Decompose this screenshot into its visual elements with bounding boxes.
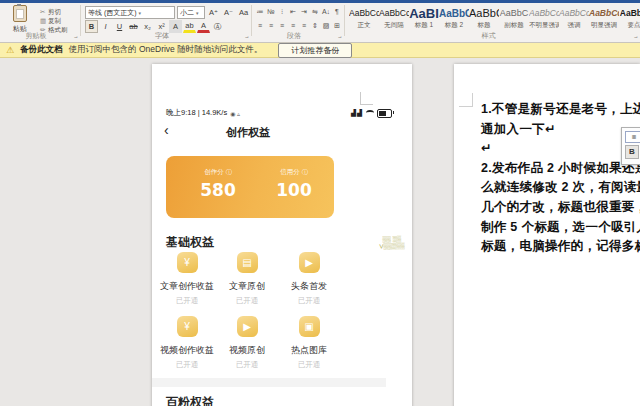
align-left-button[interactable]: ≡ — [255, 20, 265, 31]
credit-score-value: 100 — [262, 180, 326, 200]
cut-button[interactable]: ✂剪切 — [40, 7, 68, 16]
numbering-button[interactable]: № — [266, 6, 276, 17]
style-item-no-spacing[interactable]: AaBbCcD无间隔 — [379, 5, 409, 34]
paragraph-group: ≔ № ⁝ ⇤ ⇥ ⇋ A↓ ¶ ≡ ≡ ≡ ≡ ≡ ⇕ ▨ ⊞ 段落 ⌐ — [252, 3, 344, 42]
text-line: 制作 5 个标题，选一个吸引人又不 — [481, 218, 640, 238]
paragraph-row-2: ≡ ≡ ≡ ≡ ≡ ⇕ ▨ ⊞ — [255, 20, 342, 31]
fans-benefits-heading: 百粉权益 — [166, 394, 214, 406]
copy-icon: ▥ — [40, 16, 48, 25]
sort-button[interactable]: A↓ — [321, 6, 331, 17]
document-icon: ▤ — [237, 252, 258, 273]
clipboard-group: 粘贴 ✂剪切 ▥复制 ✏格式刷 剪贴板 ⌐ — [0, 3, 80, 42]
coin-icon: ¥ — [177, 252, 198, 273]
shrink-font-button[interactable]: A⁻ — [222, 6, 235, 19]
clipboard-dialog-launcher-icon[interactable]: ⌐ — [74, 35, 78, 41]
phone-page-title: 创作权益 — [170, 125, 326, 140]
grow-font-button[interactable]: A⁺ — [207, 6, 220, 19]
style-item-title[interactable]: AaBbC标题 — [469, 5, 499, 34]
benefit-hot-gallery: ▣ 热点图库 已开通 — [278, 316, 340, 370]
play-icon: ▶ — [237, 316, 258, 337]
increase-indent-button[interactable]: ⇥ — [299, 6, 309, 17]
battery-icon — [377, 109, 392, 118]
benefit-video-original: ▶ 视频原创 已开通 — [216, 316, 278, 370]
font-group: 等线 (西文正文) ▾ 小二 ▾ A⁺ A⁻ Aa B I U ab x₂ x²… — [81, 3, 251, 42]
section-divider — [152, 378, 386, 387]
text-line: 2.发布作品 2 小时候如果还是 0 阅 — [481, 159, 640, 179]
signal-icon: ▟▟ — [351, 109, 363, 117]
document-page-left[interactable]: 晚上9:18 | 14.9K/s ◉ ▵ ▟▟ ‹ 创作权益 创作分 ⓘ 580… — [152, 64, 412, 406]
score-card: 创作分 ⓘ 580 信用分 ⓘ 100 — [166, 156, 334, 218]
styles-dialog-launcher-icon[interactable]: ⌐ — [634, 35, 638, 41]
style-item-intense-emphasis[interactable]: AaBbCcD明显强调 — [589, 5, 619, 34]
paste-button[interactable]: 粘贴 — [6, 5, 34, 34]
style-item-subtle-emphasis[interactable]: AaBbCcD不明显强调 — [529, 5, 559, 34]
style-item-heading1[interactable]: AaBI标题 1 — [409, 5, 439, 34]
paragraph-dialog-launcher-icon[interactable]: ⌐ — [338, 35, 342, 41]
text-line: 么就连续修改 2 次，有阅读量的不 — [481, 178, 640, 198]
mini-toolbar-style-box[interactable]: ≣ — [625, 131, 640, 143]
chevron-down-icon: ▾ — [196, 10, 199, 16]
info-icon: ⓘ — [226, 169, 232, 175]
creation-score-stat: 创作分 ⓘ 580 — [182, 168, 254, 200]
message-bar-text: 使用订阅中包含的 OneDrive 随时随地访问此文件。 — [69, 44, 263, 56]
ribbon: 粘贴 ✂剪切 ▥复制 ✏格式刷 剪贴板 ⌐ 等线 (西文正文) ▾ 小二 ▾ A… — [0, 3, 640, 43]
document-page-right[interactable]: 1.不管是新号还是老号，上边的权 通加入一下↵ ↵ 2.发布作品 2 小时候如果… — [454, 64, 640, 406]
borders-button[interactable]: ⊞ — [332, 20, 342, 31]
paragraph-row-1: ≔ № ⁝ ⇤ ⇥ ⇋ A↓ ¶ — [255, 6, 342, 17]
floating-mini-toolbar: ≣ B — [621, 127, 640, 165]
backup-action-button[interactable]: 计划推荐备份 — [278, 43, 352, 58]
mini-toolbar-bold-button[interactable]: B — [625, 145, 639, 159]
align-right-button[interactable]: ≡ — [277, 20, 287, 31]
bullets-button[interactable]: ≔ — [255, 6, 265, 17]
message-bar-title: 备份此文档 — [20, 44, 63, 56]
phone-status-bar: 晚上9:18 | 14.9K/s ◉ ▵ ▟▟ — [166, 108, 392, 118]
style-item-normal[interactable]: AaBbCcD正文 — [349, 5, 379, 34]
image-selection-corner — [360, 92, 373, 105]
margin-corner-mark — [459, 93, 473, 107]
onedrive-message-bar: ⚠ 备份此文档 使用订阅中包含的 OneDrive 随时随地访问此文件。 计划推… — [0, 43, 640, 58]
play-icon: ▶ — [299, 252, 320, 273]
shading-button[interactable]: ▨ — [321, 20, 331, 31]
style-item-heading2[interactable]: AaBbC标题 2 — [439, 5, 469, 34]
font-row-1: 等线 (西文正文) ▾ 小二 ▾ A⁺ A⁻ Aa — [85, 6, 250, 19]
change-case-button[interactable]: Aa — [237, 6, 250, 19]
wifi-icon — [366, 110, 374, 116]
credit-score-stat: 信用分 ⓘ 100 — [262, 168, 326, 200]
benefit-article-original: ▤ 文章原创 已开通 — [216, 252, 278, 306]
styles-gallery: AaBbCcD正文 AaBbCcD无间隔 AaBI标题 1 AaBbC标题 2 … — [349, 5, 640, 34]
benefit-article-income: ¥ 文章创作收益 已开通 — [156, 252, 218, 306]
multilevel-list-button[interactable]: ⁝ — [277, 6, 287, 17]
clipboard-icon — [13, 5, 27, 22]
justify-button[interactable]: ≡ — [288, 20, 298, 31]
distribute-button[interactable]: ≡ — [299, 20, 309, 31]
warning-icon: ⚠ — [6, 46, 14, 55]
image-icon: ▣ — [299, 316, 320, 337]
benefit-video-income: ¥ 视频创作收益 已开通 — [156, 316, 218, 370]
decrease-indent-button[interactable]: ⇤ — [288, 6, 298, 17]
watermark-text: ▒▒ ▒▒ V▒▒▒▒▒ — [370, 235, 414, 251]
text-line: 标题，电脑操作的，记得多标题加 — [481, 237, 640, 257]
text-line: ↵ — [481, 139, 640, 159]
phone-clock-text: 晚上9:18 | 14.9K/s — [166, 108, 227, 118]
paragraph-group-label: 段落 — [252, 31, 336, 41]
line-spacing-button[interactable]: ⇕ — [310, 20, 320, 31]
scissors-icon: ✂ — [40, 7, 48, 16]
phone-status-misc-icons: ◉ ▵ — [230, 110, 240, 117]
back-chevron-icon: ‹ — [164, 122, 169, 138]
style-item-list-paragraph[interactable]: AaBbC要点 — [619, 5, 640, 34]
clipboard-group-label: 剪贴板 — [0, 31, 72, 41]
copy-button[interactable]: ▥复制 — [40, 16, 68, 25]
font-name-select[interactable]: 等线 (西文正文) ▾ — [85, 6, 175, 19]
show-formatting-marks-button[interactable]: ¶ — [332, 6, 342, 17]
asian-layout-button[interactable]: ⇋ — [310, 6, 320, 17]
style-item-subtitle[interactable]: AaBbC副标题 — [499, 5, 529, 34]
style-item-emphasis[interactable]: AaBbCcD强调 — [559, 5, 589, 34]
text-line: 1.不管是新号还是老号，上边的权 — [481, 100, 640, 120]
font-size-select[interactable]: 小二 ▾ — [177, 6, 205, 19]
info-icon: ⓘ — [302, 169, 308, 175]
align-center-button[interactable]: ≡ — [266, 20, 276, 31]
font-group-label: 字体 — [81, 31, 243, 41]
creation-score-value: 580 — [182, 180, 254, 200]
font-dialog-launcher-icon[interactable]: ⌐ — [245, 35, 249, 41]
text-line: 通加入一下↵ — [481, 120, 640, 140]
